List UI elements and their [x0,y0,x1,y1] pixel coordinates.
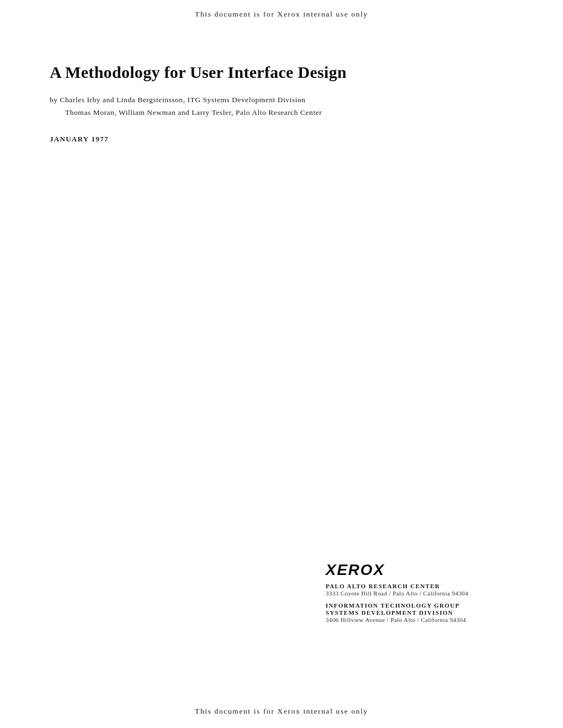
main-content: A Methodology for User Interface Design … [0,19,563,144]
footer-notice: This document is for Xerox internal use … [0,707,563,728]
authors-line2: Thomas Moran, William Newman and Larry T… [65,107,513,119]
authors-block: by Charles Irby and Linda Bergsteinsson,… [50,94,513,119]
authors-line1: by Charles Irby and Linda Bergsteinsson,… [50,94,513,107]
page: This document is for Xerox internal use … [0,0,563,728]
document-title: A Methodology for User Interface Design [50,63,513,82]
footer-notice-text: This document is for Xerox internal use … [195,707,368,715]
parc-label: PALO ALTO RESEARCH CENTER [326,583,513,589]
date-block: JANUARY 1977 [50,135,513,144]
sdd-label: SYSTEMS DEVELOPMENT DIVISION [326,609,513,616]
xerox-logo-text: XEROX [326,561,385,578]
parc-address: 3333 Coyote Hill Road / Palo Alto / Cali… [326,590,513,597]
header-notice-text: This document is for Xerox internal use … [195,10,368,18]
itg-label: INFORMATION TECHNOLOGY GROUP [326,602,513,609]
sdd-address: 3406 Hillview Avenue / Palo Alto / Calif… [326,616,513,623]
xerox-section: XEROX PALO ALTO RESEARCH CENTER 3333 Coy… [326,556,513,623]
xerox-logo: XEROX [326,556,513,581]
header-notice: This document is for Xerox internal use … [0,0,563,19]
